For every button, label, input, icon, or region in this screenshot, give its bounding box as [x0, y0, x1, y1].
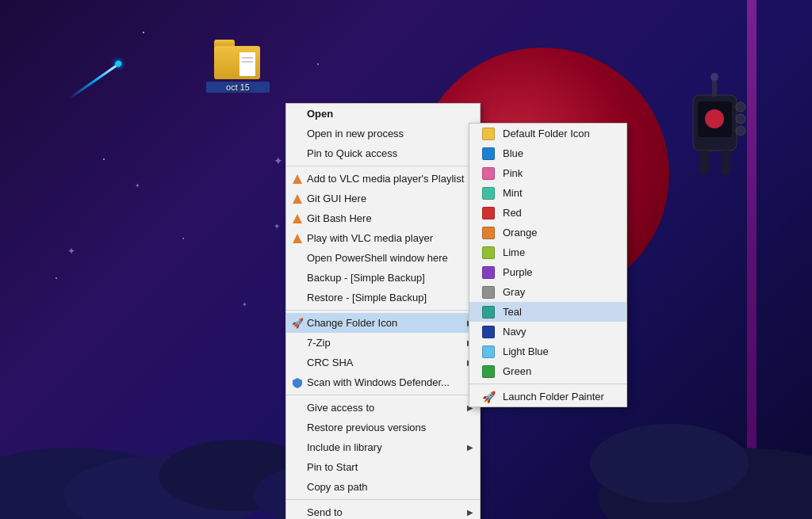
- menu-item-open-powershell[interactable]: Open PowerShell window here: [286, 248, 480, 268]
- git-gui-icon: [291, 193, 304, 205]
- menu-item-git-bash[interactable]: Git Bash Here: [286, 208, 480, 228]
- desktop: ✦ ✦ ✦ ✦ ✦ ✦ ✦: [0, 0, 812, 519]
- git-bash-icon: [291, 212, 304, 225]
- menu-item-copy-path[interactable]: Copy as path: [286, 477, 480, 497]
- menu-item-7zip[interactable]: 7-Zip▶: [286, 333, 480, 353]
- submenu-item-label-gray: Gray: [503, 286, 525, 298]
- submenu-item-purple[interactable]: Purple: [469, 262, 626, 282]
- submenu-item-default[interactable]: Default Folder Icon: [469, 124, 626, 143]
- submenu-item-blue[interactable]: Blue: [469, 143, 626, 163]
- submenu-item-label-lime: Lime: [503, 246, 525, 258]
- context-menu: OpenOpen in new processPin to Quick acce…: [285, 103, 481, 519]
- menu-item-pin-quick-access[interactable]: Pin to Quick access: [286, 143, 480, 163]
- menu-item-label-change-folder-icon: Change Folder Icon: [307, 317, 397, 329]
- menu-separator: [286, 166, 480, 166]
- menu-item-play-vlc[interactable]: Play with VLC media player: [286, 228, 480, 248]
- menu-item-label-pin-quick-access: Pin to Quick access: [307, 147, 397, 159]
- menu-item-label-backup: Backup - [Simple Backup]: [307, 272, 425, 284]
- menu-item-restore[interactable]: Restore - [Simple Backup]: [286, 288, 480, 307]
- color-swatch-teal: [482, 306, 495, 319]
- color-swatch-navy: [482, 326, 495, 338]
- menu-item-give-access[interactable]: Give access to▶: [286, 398, 480, 418]
- svg-rect-6: [712, 79, 717, 97]
- menu-item-label-crc-sha: CRC SHA: [307, 357, 354, 368]
- submenu-item-label-launch: Launch Folder Painter: [503, 391, 604, 403]
- menu-separator: [286, 395, 480, 395]
- menu-item-label-play-vlc: Play with VLC media player: [307, 232, 433, 244]
- color-swatch-mint: [482, 187, 495, 200]
- submenu-item-pink[interactable]: Pink: [469, 163, 626, 183]
- svg-marker-11: [293, 194, 302, 204]
- launch-rocket-icon: 🚀: [482, 391, 496, 403]
- submenu-item-light-blue[interactable]: Light Blue: [469, 342, 626, 361]
- scan-defender-icon: [291, 376, 304, 389]
- menu-item-git-gui[interactable]: Git GUI Here: [286, 189, 480, 208]
- color-swatch-green: [482, 365, 495, 378]
- menu-item-label-restore-prev: Restore previous versions: [307, 422, 426, 433]
- color-swatch-blue: [482, 147, 495, 160]
- menu-item-scan-defender[interactable]: Scan with Windows Defender...: [286, 372, 480, 392]
- submenu-item-teal[interactable]: Teal: [469, 302, 626, 322]
- menu-separator: [286, 499, 480, 500]
- submenu-item-label-blue: Blue: [503, 147, 523, 159]
- menu-item-include-library[interactable]: Include in library▶: [286, 437, 480, 457]
- submenu-item-label-red: Red: [503, 207, 522, 219]
- menu-item-add-vlc[interactable]: Add to VLC media player's Playlist: [286, 169, 480, 189]
- menu-item-backup[interactable]: Backup - [Simple Backup]: [286, 268, 480, 288]
- menu-item-label-git-bash: Git Bash Here: [307, 212, 372, 224]
- submenu-item-green[interactable]: Green: [469, 361, 626, 381]
- submenu-item-navy[interactable]: Navy: [469, 322, 626, 342]
- color-swatch-orange: [482, 227, 495, 239]
- menu-item-send-to[interactable]: Send to▶: [286, 502, 480, 519]
- color-swatch-default: [482, 128, 495, 140]
- svg-marker-10: [293, 174, 302, 184]
- menu-item-crc-sha[interactable]: CRC SHA▶: [286, 353, 480, 372]
- color-swatch-red: [482, 207, 495, 219]
- color-swatch-light-blue: [482, 345, 495, 358]
- menu-item-label-restore: Restore - [Simple Backup]: [307, 292, 427, 303]
- svg-point-2: [705, 109, 724, 128]
- menu-item-change-folder-icon[interactable]: 🚀Change Folder Icon▶: [286, 313, 480, 333]
- submenu-item-red[interactable]: Red: [469, 203, 626, 223]
- play-vlc-icon: [291, 232, 304, 245]
- menu-item-open[interactable]: Open: [286, 104, 480, 124]
- color-swatch-lime: [482, 246, 495, 259]
- svg-point-4: [736, 114, 745, 124]
- menu-separator: [286, 310, 480, 311]
- submenu-item-label-orange: Orange: [503, 227, 537, 239]
- submenu-item-gray[interactable]: Gray: [469, 282, 626, 302]
- folder-image: [214, 40, 262, 79]
- menu-item-open-new-process[interactable]: Open in new process: [286, 124, 480, 143]
- menu-item-label-scan-defender: Scan with Windows Defender...: [307, 376, 450, 388]
- submenu-item-mint[interactable]: Mint: [469, 183, 626, 203]
- menu-item-label-include-library: Include in library: [307, 441, 382, 453]
- menu-item-restore-prev[interactable]: Restore previous versions: [286, 418, 480, 437]
- svg-point-7: [710, 73, 718, 81]
- svg-point-3: [736, 102, 745, 112]
- svg-rect-9: [721, 151, 730, 174]
- submenu-item-label-pink: Pink: [503, 167, 523, 179]
- menu-item-label-open-new-process: Open in new process: [307, 128, 404, 139]
- submenu-arrow-include-library: ▶: [467, 443, 473, 452]
- submenu-item-label-green: Green: [503, 365, 531, 377]
- submenu-item-orange[interactable]: Orange: [469, 223, 626, 242]
- menu-item-label-pin-start: Pin to Start: [307, 461, 358, 473]
- menu-item-label-add-vlc: Add to VLC media player's Playlist: [307, 173, 464, 185]
- submenu-item-launch[interactable]: 🚀Launch Folder Painter: [469, 387, 626, 406]
- shooting-star-decoration: [68, 61, 121, 99]
- submenu-item-lime[interactable]: Lime: [469, 242, 626, 262]
- submenu-item-label-light-blue: Light Blue: [503, 345, 549, 357]
- add-vlc-icon: [291, 173, 304, 185]
- menu-item-label-open-powershell: Open PowerShell window here: [307, 252, 448, 264]
- submenu-item-label-mint: Mint: [503, 187, 523, 199]
- menu-item-label-copy-path: Copy as path: [307, 481, 368, 493]
- menu-item-pin-start[interactable]: Pin to Start: [286, 457, 480, 477]
- submenu-separator: [469, 384, 626, 384]
- submenu-item-label-navy: Navy: [503, 326, 527, 338]
- device-decoration: [685, 63, 749, 224]
- submenu-item-label-default: Default Folder Icon: [503, 128, 590, 139]
- svg-marker-12: [293, 214, 302, 223]
- change-folder-icon-icon: 🚀: [291, 317, 304, 330]
- folder-icon[interactable]: oct 15: [206, 40, 270, 93]
- svg-rect-8: [699, 151, 709, 174]
